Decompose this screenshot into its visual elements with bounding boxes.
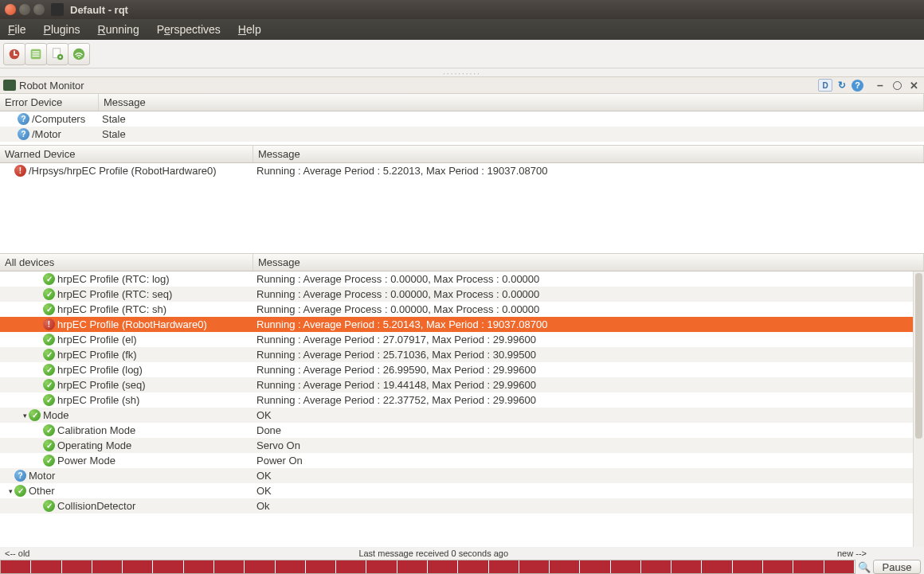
timeline-segment[interactable]	[489, 560, 519, 573]
device-row[interactable]: ▾ModeOK	[0, 408, 913, 423]
disclosure-triangle[interactable]: ▾	[21, 412, 29, 420]
minimize-icon[interactable]	[19, 4, 30, 15]
timeline-segment[interactable]	[153, 560, 183, 573]
warn-row[interactable]: /Hrpsys/hrpEC Profile (RobotHardware0)Ru…	[0, 163, 924, 178]
menu-perspectives[interactable]: Perspectives	[157, 23, 221, 36]
dock-grip[interactable]	[0, 68, 924, 76]
timeline-segment[interactable]	[702, 560, 732, 573]
timeline-segment[interactable]	[671, 560, 702, 573]
device-label: hrpEC Profile (RTC: seq)	[57, 288, 172, 300]
timeline-segment[interactable]	[458, 560, 488, 573]
timeline-segment[interactable]	[428, 560, 458, 573]
help-icon[interactable]: ?	[852, 80, 863, 92]
timeline-segment[interactable]	[366, 560, 397, 573]
device-row[interactable]: hrpEC Profile (sh)Running : Average Peri…	[0, 392, 913, 408]
dock-toggle-icon[interactable]: D	[818, 79, 832, 92]
disclosure-triangle[interactable]: ▾	[6, 487, 14, 495]
pause-label: Pause	[883, 561, 912, 573]
device-row[interactable]: hrpEC Profile (RTC: sh)Running : Average…	[0, 302, 913, 317]
timeline-segment[interactable]	[641, 560, 671, 573]
device-row[interactable]: hrpEC Profile (el)Running : Average Peri…	[0, 332, 913, 347]
timeline-segment[interactable]	[397, 560, 428, 573]
device-row[interactable]: ▾OtherOK	[0, 483, 913, 498]
device-row[interactable]: hrpEC Profile (RTC: seq)Running : Averag…	[0, 287, 913, 302]
device-label: Calibration Mode	[57, 424, 135, 436]
magnifier-icon[interactable]: 🔍	[859, 560, 870, 574]
toolbar-button-1[interactable]	[3, 43, 25, 65]
timeline-segment[interactable]	[214, 560, 245, 573]
device-row[interactable]: Power ModePower On	[0, 453, 913, 468]
stale-status-icon	[18, 113, 29, 125]
close-icon[interactable]	[5, 4, 16, 15]
vertical-scrollbar[interactable]	[913, 271, 924, 547]
device-row[interactable]: Operating ModeServo On	[0, 438, 913, 453]
ok-status-icon	[43, 394, 55, 406]
error-row[interactable]: /MotorStale	[0, 127, 924, 142]
device-row[interactable]: Calibration ModeDone	[0, 423, 913, 438]
timeline-segment[interactable]	[123, 560, 153, 573]
window-buttons	[5, 4, 45, 15]
all-col-device[interactable]: All devices	[0, 254, 253, 271]
device-row[interactable]: CollisionDetectorOk	[0, 498, 913, 513]
ok-status-icon	[43, 288, 55, 300]
device-label: hrpEC Profile (seq)	[57, 379, 146, 391]
device-row[interactable]: hrpEC Profile (seq)Running : Average Per…	[0, 377, 913, 392]
timeline-segment[interactable]	[763, 560, 793, 573]
device-label: /Computers	[32, 113, 85, 125]
scrollbar-thumb[interactable]	[915, 273, 922, 439]
close-plugin-icon[interactable]: ✕	[906, 79, 921, 92]
device-row[interactable]: hrpEC Profile (fk)Running : Average Peri…	[0, 347, 913, 362]
timeline-segment[interactable]	[611, 560, 641, 573]
timeline-segment[interactable]	[824, 560, 855, 573]
error-col-message[interactable]: Message	[99, 94, 924, 111]
maximize-icon[interactable]	[33, 4, 45, 15]
timeline-segment[interactable]	[306, 560, 336, 573]
minimize-plugin-icon[interactable]: –	[873, 79, 887, 92]
error-row[interactable]: /ComputersStale	[0, 111, 924, 127]
page-add-icon	[50, 47, 65, 61]
warn-header: Warned Device Message	[0, 146, 924, 163]
timeline-segment[interactable]	[793, 560, 824, 573]
refresh-icon[interactable]: ↻	[835, 79, 849, 92]
timeline-segment[interactable]	[519, 560, 550, 573]
timeline-segment[interactable]	[733, 560, 763, 573]
device-row[interactable]: hrpEC Profile (log)Running : Average Per…	[0, 362, 913, 377]
message-label: OK	[253, 409, 913, 421]
device-row[interactable]: hrpEC Profile (RobotHardware0)Running : …	[0, 317, 913, 332]
ok-status-icon	[43, 424, 55, 436]
menu-file[interactable]: File	[8, 23, 26, 36]
timeline-segment[interactable]	[1, 560, 31, 573]
toolbar-button-4[interactable]	[68, 43, 90, 65]
toolbar-button-2[interactable]	[25, 43, 47, 65]
pause-button[interactable]: Pause	[873, 560, 921, 574]
device-row[interactable]: MotorOK	[0, 468, 913, 483]
timeline-segment[interactable]	[336, 560, 366, 573]
timeline-old-label: <-- old	[5, 549, 30, 558]
warn-rows: /Hrpsys/hrpEC Profile (RobotHardware0)Ru…	[0, 163, 924, 253]
timeline-segment[interactable]	[92, 560, 123, 573]
svg-rect-5	[33, 53, 40, 54]
timeline-segment[interactable]	[62, 560, 92, 573]
menu-help[interactable]: Help	[238, 23, 261, 36]
menu-plugins[interactable]: Plugins	[44, 23, 80, 36]
menu-running[interactable]: Running	[98, 23, 139, 36]
error-col-device[interactable]: Error Device	[0, 94, 99, 111]
warn-status-icon	[14, 165, 26, 177]
timeline-segment[interactable]	[31, 560, 61, 573]
toolbar-button-3[interactable]	[46, 43, 69, 65]
timeline-segment[interactable]	[580, 560, 610, 573]
timeline-segment[interactable]	[245, 560, 275, 573]
all-col-message[interactable]: Message	[253, 254, 924, 271]
warn-col-device[interactable]: Warned Device	[0, 146, 253, 162]
timeline-segment[interactable]	[184, 560, 214, 573]
ok-status-icon	[43, 439, 55, 451]
device-row[interactable]: hrpEC Profile (RTC: log)Running : Averag…	[0, 271, 913, 287]
timeline-segment[interactable]	[550, 560, 580, 573]
svg-point-12	[78, 57, 80, 58]
timeline-segment[interactable]	[276, 560, 306, 573]
warn-col-message[interactable]: Message	[253, 146, 924, 162]
clock-alert-icon	[7, 47, 22, 61]
ok-status-icon	[43, 334, 55, 346]
float-plugin-icon[interactable]	[890, 79, 904, 92]
timeline-bar[interactable]	[0, 560, 855, 574]
